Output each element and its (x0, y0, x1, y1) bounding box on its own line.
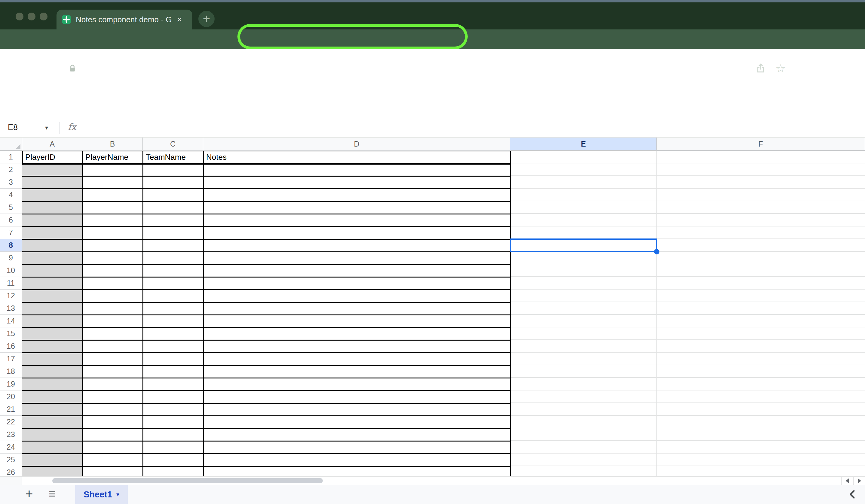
column-header-A[interactable]: A (22, 138, 82, 151)
sheets-header: Notes component demo ☆ FileEditViewInser… (0, 49, 865, 92)
table-border-horizontal (22, 403, 510, 404)
screen: Notes component demo - Goo × + ← → https… (0, 0, 865, 504)
row-header-16[interactable]: 16 (0, 340, 22, 353)
formula-bar: E8 ▾ fx (0, 119, 865, 138)
row-header-24[interactable]: 24 (0, 441, 22, 454)
select-all-triangle-icon (16, 144, 21, 149)
column-header-E[interactable]: E (510, 138, 657, 151)
tab-title: Notes component demo - Goo (76, 15, 172, 24)
row-header-13[interactable]: 13 (0, 302, 22, 315)
table-border-horizontal (22, 264, 510, 265)
cell-B1[interactable]: PlayerName (82, 151, 143, 163)
row-header-18[interactable]: 18 (0, 365, 22, 378)
row-header-14[interactable]: 14 (0, 315, 22, 327)
gray-filled-cells[interactable] (22, 163, 82, 476)
select-all-corner[interactable] (0, 138, 22, 151)
column-header-D[interactable]: D (203, 138, 510, 151)
row-header-6[interactable]: 6 (0, 214, 22, 226)
sheet-tab-active[interactable]: Sheet1 ▾ (75, 485, 128, 504)
fill-handle[interactable] (654, 249, 659, 255)
formula-input[interactable] (87, 122, 859, 134)
row-header-2[interactable]: 2 (0, 163, 22, 176)
name-box[interactable]: E8 (8, 123, 18, 132)
grid-body[interactable]: PlayerIDPlayerNameTeamNameNotes (22, 151, 865, 476)
tab-close-icon[interactable]: × (177, 15, 182, 24)
table-border-horizontal (22, 365, 510, 366)
lock-icon (67, 63, 78, 73)
table-border-horizontal (22, 466, 510, 467)
cell-D1[interactable]: Notes (203, 151, 510, 163)
column-header-F[interactable]: F (657, 138, 865, 151)
add-sheet-button[interactable]: + (25, 487, 33, 500)
table-border-horizontal (22, 390, 510, 391)
scroll-right-icon (858, 478, 861, 483)
bookmark-star-icon[interactable]: ☆ (775, 62, 786, 75)
table-border-horizontal (22, 441, 510, 442)
share-page-icon[interactable] (755, 62, 766, 74)
browser-tab[interactable]: Notes component demo - Goo × (57, 10, 192, 30)
horizontal-scrollbar-strip (0, 476, 865, 485)
sheets-favicon-icon (61, 14, 71, 25)
row-header-22[interactable]: 22 (0, 416, 22, 428)
table-border-horizontal (22, 251, 510, 252)
row-header-3[interactable]: 3 (0, 176, 22, 189)
table-border-vertical (142, 151, 143, 476)
row-header-26[interactable]: 26 (0, 466, 22, 476)
column-header-C[interactable]: C (143, 138, 203, 151)
table-border-horizontal (22, 226, 510, 227)
show-side-panel-icon[interactable] (847, 488, 859, 500)
table-border-vertical (203, 151, 204, 476)
scroll-right-button[interactable] (853, 477, 865, 485)
spreadsheet-grid[interactable]: ABCDEF1234567891011121314151617181920212… (0, 138, 865, 476)
row-header-5[interactable]: 5 (0, 201, 22, 214)
toolbar-row: ↶↷100%▾$%.0←.00→123Defaul...▾−10+BISA▾▾▾… (0, 92, 865, 119)
window-controls (16, 13, 47, 21)
table-border-vertical (510, 151, 511, 476)
row-header-11[interactable]: 11 (0, 277, 22, 290)
table-border-horizontal (22, 453, 510, 454)
row-header-4[interactable]: 4 (0, 189, 22, 201)
table-border-horizontal (22, 327, 510, 328)
row-header-7[interactable]: 7 (0, 226, 22, 239)
window-zoom-button[interactable] (40, 13, 47, 21)
row-header-17[interactable]: 17 (0, 353, 22, 365)
table-border-horizontal (22, 201, 510, 202)
formula-divider (59, 122, 59, 134)
name-box-caret-icon[interactable]: ▾ (45, 124, 48, 131)
row-header-8[interactable]: 8 (0, 239, 22, 252)
row-header-15[interactable]: 15 (0, 327, 22, 340)
row-header-19[interactable]: 19 (0, 378, 22, 390)
url-highlight-ring (238, 24, 468, 49)
window-close-button[interactable] (16, 13, 23, 21)
table-border-horizontal (22, 415, 510, 416)
row-header-21[interactable]: 21 (0, 403, 22, 416)
active-cell-selection[interactable] (510, 238, 657, 252)
row-header-25[interactable]: 25 (0, 454, 22, 466)
sheet-name: Sheet1 (83, 490, 112, 500)
table-border-horizontal (22, 277, 510, 278)
table-border-horizontal (22, 340, 510, 341)
column-header-B[interactable]: B (82, 138, 143, 151)
cell-A1[interactable]: PlayerID (22, 151, 82, 163)
table-border-horizontal (22, 302, 510, 303)
table-border-horizontal (22, 352, 510, 353)
row-header-20[interactable]: 20 (0, 390, 22, 403)
scroll-left-button[interactable] (841, 477, 853, 485)
row-header-9[interactable]: 9 (0, 252, 22, 264)
window-minimize-button[interactable] (28, 13, 35, 21)
scrollbar-corner (0, 477, 22, 485)
gridline-vertical (656, 151, 657, 476)
new-tab-button[interactable]: + (198, 11, 215, 27)
row-header-12[interactable]: 12 (0, 290, 22, 302)
all-sheets-icon[interactable]: ≡ (49, 487, 56, 500)
row-header-1[interactable]: 1 (0, 151, 22, 163)
window-edge (0, 0, 865, 2)
table-border-vertical (82, 151, 83, 476)
horizontal-scrollbar-thumb[interactable] (52, 478, 323, 483)
sheet-menu-caret-icon[interactable]: ▾ (116, 491, 119, 498)
table-border-horizontal (22, 188, 510, 189)
row-header-23[interactable]: 23 (0, 428, 22, 441)
cell-C1[interactable]: TeamName (143, 151, 203, 163)
sheet-tab-bar: + ≡ Sheet1 ▾ (0, 485, 865, 504)
row-header-10[interactable]: 10 (0, 264, 22, 277)
